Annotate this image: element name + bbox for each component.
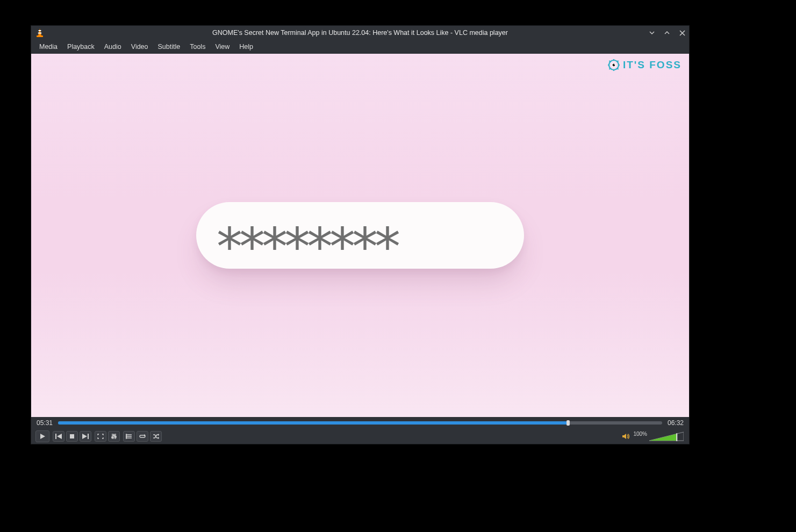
volume-percent-label: 100%	[633, 431, 647, 437]
menu-subtitle[interactable]: Subtitle	[153, 41, 185, 53]
svg-marker-36	[158, 437, 159, 439]
svg-marker-0	[38, 28, 41, 35]
svg-rect-3	[37, 35, 43, 37]
svg-marker-20	[82, 434, 87, 439]
svg-rect-7	[608, 64, 609, 66]
menu-help[interactable]: Help	[234, 41, 258, 53]
loop-button[interactable]	[137, 431, 148, 442]
svg-rect-8	[618, 64, 620, 66]
watermark: IT'S FOSS	[608, 59, 682, 71]
menu-media[interactable]: Media	[34, 41, 62, 53]
svg-marker-18	[57, 434, 62, 439]
seek-fill	[58, 421, 568, 425]
svg-rect-6	[613, 69, 614, 71]
svg-point-33	[126, 437, 127, 438]
svg-marker-37	[622, 434, 626, 439]
video-area[interactable]: IT'S FOSS ********	[31, 54, 689, 417]
menu-video[interactable]: Video	[126, 41, 153, 53]
controls-row: 100%	[31, 429, 689, 444]
volume-slider[interactable]	[649, 432, 684, 441]
stop-button[interactable]	[66, 431, 78, 442]
svg-rect-40	[676, 433, 677, 441]
window-titlebar[interactable]: GNOME's Secret New Terminal App in Ubunt…	[31, 26, 689, 40]
desktop-background: GNOME's Secret New Terminal App in Ubunt…	[0, 0, 796, 532]
svg-point-31	[126, 434, 127, 435]
svg-rect-5	[613, 59, 614, 61]
svg-point-14	[613, 64, 615, 67]
shuffle-button[interactable]	[150, 431, 162, 442]
svg-rect-1	[39, 30, 41, 31]
svg-marker-16	[40, 434, 45, 439]
menu-bar: Media Playback Audio Video Subtitle Tool…	[31, 40, 689, 54]
vlc-cone-icon	[34, 27, 46, 39]
menu-audio[interactable]: Audio	[99, 41, 126, 53]
password-pill: ********	[196, 202, 524, 269]
play-button[interactable]	[35, 430, 49, 442]
svg-rect-17	[55, 434, 56, 439]
menu-tools[interactable]: Tools	[185, 41, 210, 53]
close-button[interactable]	[677, 28, 687, 38]
elapsed-time[interactable]: 05:31	[37, 419, 53, 427]
speaker-icon[interactable]	[621, 432, 630, 441]
watermark-text: IT'S FOSS	[623, 59, 682, 71]
seek-bar[interactable]	[58, 421, 662, 425]
previous-button[interactable]	[53, 431, 64, 442]
menu-view[interactable]: View	[210, 41, 234, 53]
window-title: GNOME's Secret New Terminal App in Ubunt…	[31, 29, 689, 37]
fullscreen-button[interactable]	[95, 431, 106, 442]
seek-handle[interactable]	[566, 420, 570, 426]
svg-rect-19	[70, 434, 74, 438]
svg-point-25	[112, 437, 113, 438]
vlc-window: GNOME's Secret New Terminal App in Ubunt…	[31, 26, 689, 444]
svg-marker-35	[158, 434, 159, 436]
next-button[interactable]	[80, 431, 91, 442]
progress-row: 05:31 06:32	[31, 417, 689, 429]
password-masked-text: ********	[217, 221, 397, 273]
menu-playback[interactable]: Playback	[62, 41, 99, 53]
svg-point-32	[126, 436, 127, 437]
total-time[interactable]: 06:32	[668, 419, 684, 427]
extended-settings-button[interactable]	[108, 431, 120, 442]
svg-point-15	[614, 64, 615, 65]
gear-icon	[608, 59, 620, 71]
svg-point-26	[113, 435, 115, 436]
svg-rect-2	[38, 33, 41, 34]
minimize-button[interactable]	[647, 28, 657, 38]
svg-point-27	[115, 436, 117, 438]
playlist-button[interactable]	[123, 431, 135, 442]
maximize-button[interactable]	[662, 28, 672, 38]
svg-rect-21	[88, 434, 89, 439]
